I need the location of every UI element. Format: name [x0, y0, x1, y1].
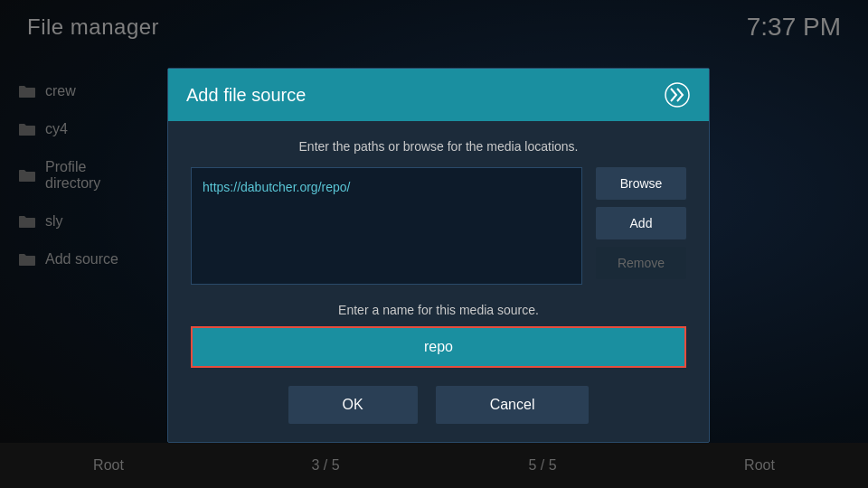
name-input-value: repo [424, 339, 453, 354]
dialog-actions: OK Cancel [191, 386, 686, 424]
ok-button[interactable]: OK [288, 386, 418, 424]
path-entry: https://dabutcher.org/repo/ [203, 180, 350, 194]
paths-buttons: Browse Add Remove [596, 167, 686, 285]
kodi-logo-icon [664, 81, 691, 108]
remove-button: Remove [596, 247, 686, 279]
dialog-subtitle: Enter the paths or browse for the media … [191, 139, 686, 154]
cancel-button[interactable]: Cancel [436, 386, 590, 424]
dialog-title: Add file source [186, 85, 306, 106]
paths-section: https://dabutcher.org/repo/ Browse Add R… [191, 167, 686, 285]
add-file-source-dialog: Add file source Enter the paths or brows… [167, 68, 710, 443]
name-label: Enter a name for this media source. [191, 303, 686, 317]
browse-button[interactable]: Browse [596, 167, 686, 200]
name-input[interactable]: repo [191, 326, 686, 368]
add-button[interactable]: Add [596, 207, 686, 239]
dialog-body: Enter the paths or browse for the media … [168, 121, 709, 442]
dialog-header: Add file source [168, 69, 709, 121]
paths-list: https://dabutcher.org/repo/ [191, 167, 582, 285]
